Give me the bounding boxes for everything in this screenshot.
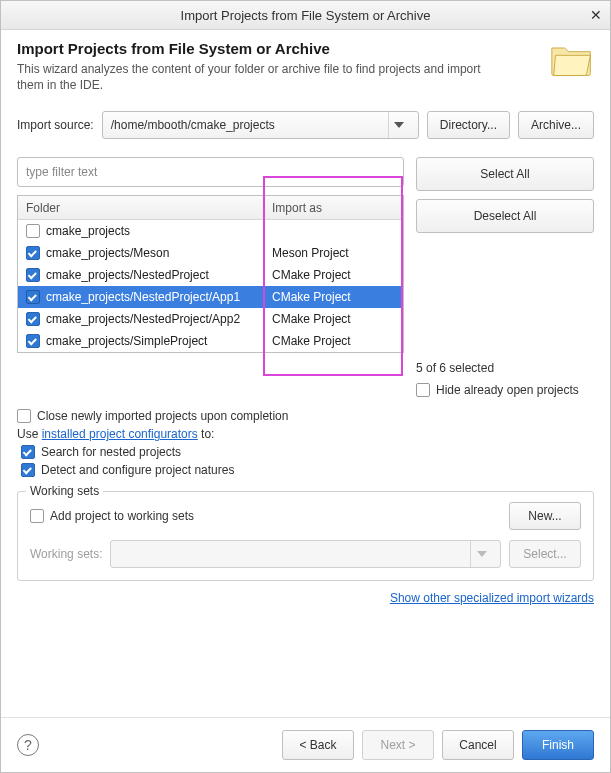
row-checkbox[interactable] <box>26 312 40 326</box>
select-working-sets-button: Select... <box>509 540 581 568</box>
cancel-button[interactable]: Cancel <box>442 730 514 760</box>
deselect-all-button[interactable]: Deselect All <box>416 199 594 233</box>
row-import-as: CMake Project <box>264 290 403 304</box>
select-all-button[interactable]: Select All <box>416 157 594 191</box>
table-row[interactable]: cmake_projects/SimpleProjectCMake Projec… <box>18 330 403 352</box>
use-text-prefix: Use <box>17 427 42 441</box>
page-description: This wizard analyzes the content of your… <box>17 61 487 93</box>
window-title: Import Projects from File System or Arch… <box>181 8 431 23</box>
row-folder-name: cmake_projects/NestedProject/App1 <box>46 290 240 304</box>
column-header-folder[interactable]: Folder <box>18 196 264 219</box>
configurators-link[interactable]: installed project configurators <box>42 427 198 441</box>
projects-table: Folder Import as cmake_projectscmake_pro… <box>17 195 404 353</box>
back-button[interactable]: < Back <box>282 730 354 760</box>
table-row[interactable]: cmake_projects <box>18 220 403 242</box>
close-after-import-checkbox[interactable] <box>17 409 31 423</box>
row-checkbox[interactable] <box>26 246 40 260</box>
dialog-footer: ? < Back Next > Cancel Finish <box>1 717 610 772</box>
working-sets-group: Working sets Add project to working sets… <box>17 491 594 581</box>
add-to-working-sets-label: Add project to working sets <box>50 509 194 523</box>
row-folder-name: cmake_projects/NestedProject/App2 <box>46 312 240 326</box>
directory-button[interactable]: Directory... <box>427 111 510 139</box>
table-row[interactable]: cmake_projects/NestedProject/App2CMake P… <box>18 308 403 330</box>
import-source-value: /home/mbooth/cmake_projects <box>111 118 275 132</box>
row-checkbox[interactable] <box>26 334 40 348</box>
next-button: Next > <box>362 730 434 760</box>
filter-placeholder: type filter text <box>26 165 97 179</box>
detect-natures-label: Detect and configure project natures <box>41 463 234 477</box>
detect-natures-checkbox[interactable] <box>21 463 35 477</box>
titlebar: Import Projects from File System or Arch… <box>1 1 610 30</box>
new-working-set-button[interactable]: New... <box>509 502 581 530</box>
table-row[interactable]: cmake_projects/NestedProject/App1CMake P… <box>18 286 403 308</box>
search-nested-checkbox[interactable] <box>21 445 35 459</box>
row-import-as: CMake Project <box>264 312 403 326</box>
row-import-as: Meson Project <box>264 246 403 260</box>
chevron-down-icon <box>470 541 492 567</box>
filter-input[interactable]: type filter text <box>17 157 404 187</box>
search-nested-label: Search for nested projects <box>41 445 181 459</box>
column-header-import-as[interactable]: Import as <box>264 196 403 219</box>
hide-open-projects-checkbox[interactable] <box>416 383 430 397</box>
working-sets-combo <box>110 540 501 568</box>
row-folder-name: cmake_projects/SimpleProject <box>46 334 207 348</box>
archive-button[interactable]: Archive... <box>518 111 594 139</box>
finish-button[interactable]: Finish <box>522 730 594 760</box>
hide-open-projects-label: Hide already open projects <box>436 383 579 397</box>
working-sets-combo-label: Working sets: <box>30 547 102 561</box>
close-after-import-label: Close newly imported projects upon compl… <box>37 409 288 423</box>
help-icon[interactable]: ? <box>17 734 39 756</box>
row-checkbox[interactable] <box>26 290 40 304</box>
close-icon[interactable]: ✕ <box>590 7 602 23</box>
chevron-down-icon[interactable] <box>388 112 410 138</box>
row-folder-name: cmake_projects <box>46 224 130 238</box>
add-to-working-sets-checkbox[interactable] <box>30 509 44 523</box>
page-title: Import Projects from File System or Arch… <box>17 40 542 57</box>
row-folder-name: cmake_projects/Meson <box>46 246 169 260</box>
row-checkbox[interactable] <box>26 268 40 282</box>
folder-icon <box>550 40 594 78</box>
table-row[interactable]: cmake_projects/MesonMeson Project <box>18 242 403 264</box>
specialized-wizards-link[interactable]: Show other specialized import wizards <box>390 591 594 605</box>
selection-status: 5 of 6 selected <box>416 361 594 375</box>
use-text-suffix: to: <box>198 427 215 441</box>
import-source-label: Import source: <box>17 118 94 132</box>
row-import-as: CMake Project <box>264 334 403 348</box>
row-folder-name: cmake_projects/NestedProject <box>46 268 209 282</box>
working-sets-legend: Working sets <box>26 484 103 498</box>
import-source-combo[interactable]: /home/mbooth/cmake_projects <box>102 111 419 139</box>
row-import-as: CMake Project <box>264 268 403 282</box>
dialog-window: Import Projects from File System or Arch… <box>0 0 611 773</box>
table-row[interactable]: cmake_projects/NestedProjectCMake Projec… <box>18 264 403 286</box>
header-pane: Import Projects from File System or Arch… <box>1 30 610 103</box>
row-checkbox[interactable] <box>26 224 40 238</box>
